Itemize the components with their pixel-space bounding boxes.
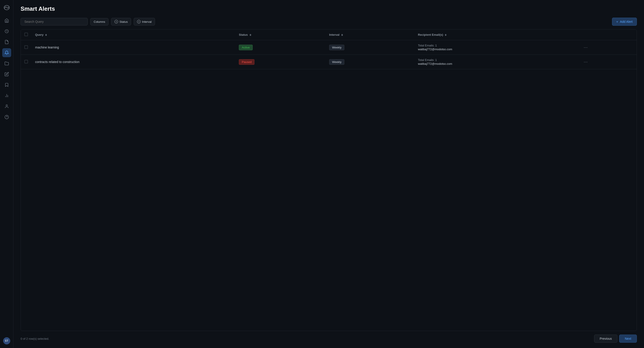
columns-button[interactable]: Columns	[90, 18, 108, 25]
table-footer: 0 of 2 row(s) selected. Previous Next	[20, 331, 637, 343]
header-recipient-emails[interactable]: Recipient Email(s)	[414, 29, 578, 40]
sidebar-item-collections[interactable]	[2, 59, 11, 68]
row-recipient: Total Emails: 1 watibaj772@modotso.com	[414, 40, 578, 55]
interval-badge: Weekly	[329, 45, 344, 50]
row-actions: ⋯	[578, 40, 636, 55]
status-sort-icon	[250, 34, 251, 36]
more-options-button[interactable]: ⋯	[582, 44, 590, 51]
row-checkbox-cell	[21, 55, 32, 69]
row-status: Paused	[235, 55, 326, 69]
recipient-total: Total Emails: 1	[418, 58, 575, 62]
table-row: contracts related to construction Paused…	[21, 55, 636, 69]
main-content: Smart Alerts Columns + Status + Interval…	[14, 0, 644, 348]
sidebar-item-home[interactable]	[2, 16, 11, 25]
chart-icon	[4, 93, 9, 98]
status-filter-button[interactable]: + Status	[111, 18, 131, 25]
person-icon	[4, 104, 9, 109]
header-status[interactable]: Status	[235, 29, 326, 40]
add-alert-button[interactable]: + Add Alert	[612, 18, 637, 26]
sidebar-item-documents[interactable]	[2, 37, 11, 46]
sidebar: ST	[0, 0, 14, 348]
document-icon	[4, 40, 9, 44]
row-query: machine learning	[32, 40, 235, 55]
interval-badge: Weekly	[329, 59, 344, 65]
interval-filter-button[interactable]: + Interval	[134, 18, 155, 25]
pagination-controls: Previous Next	[594, 335, 637, 343]
row-recipient: Total Emails: 1 watibaj772@modotso.com	[414, 55, 578, 69]
recipient-email: watibaj772@modotso.com	[418, 62, 575, 65]
header-checkbox-cell	[21, 29, 32, 40]
alerts-table: Query Status Interva	[21, 29, 636, 69]
page-title: Smart Alerts	[20, 5, 637, 12]
selection-count: 0 of 2 row(s) selected.	[20, 337, 49, 341]
table-body: machine learning Active Weekly Total Ema…	[21, 40, 636, 69]
home-icon	[4, 18, 9, 23]
recipient-total: Total Emails: 1	[418, 44, 575, 47]
plus-circle-icon-3: +	[616, 20, 618, 23]
recipient-email: watibaj772@modotso.com	[418, 48, 575, 51]
row-checkbox[interactable]	[24, 60, 28, 63]
search-input[interactable]	[20, 18, 88, 25]
sidebar-item-analytics[interactable]	[2, 91, 11, 100]
bookmark-icon	[4, 83, 9, 87]
sidebar-item-alerts[interactable]	[2, 48, 11, 57]
query-sort-icon	[45, 34, 47, 36]
sidebar-item-saved[interactable]	[2, 80, 11, 89]
next-button[interactable]: Next	[619, 335, 637, 343]
app-logo	[3, 3, 11, 12]
more-options-button[interactable]: ⋯	[582, 58, 590, 65]
row-checkbox[interactable]	[24, 45, 28, 49]
select-all-checkbox[interactable]	[24, 33, 28, 36]
alerts-table-container: Query Status Interva	[20, 29, 637, 331]
table-row: machine learning Active Weekly Total Ema…	[21, 40, 636, 55]
sidebar-item-profile[interactable]	[2, 102, 11, 111]
folder-icon	[4, 61, 9, 66]
row-checkbox-cell	[21, 40, 32, 55]
sidebar-item-help[interactable]	[2, 113, 11, 122]
recipient-sort-icon	[445, 34, 446, 36]
sidebar-item-notes[interactable]	[2, 70, 11, 79]
plus-circle-icon-2: +	[137, 20, 141, 23]
header-interval[interactable]: Interval	[326, 29, 414, 40]
status-badge: Active	[239, 45, 252, 50]
svg-point-2	[8, 6, 8, 7]
header-query[interactable]: Query	[32, 29, 235, 40]
toolbar: Columns + Status + Interval + Add Alert	[20, 18, 637, 26]
clock-icon	[4, 29, 9, 33]
svg-point-1	[6, 6, 6, 7]
row-interval: Weekly	[326, 55, 414, 69]
svg-point-7	[6, 105, 8, 106]
edit-icon	[4, 72, 9, 76]
row-query: contracts related to construction	[32, 55, 235, 69]
previous-button[interactable]: Previous	[594, 335, 618, 343]
plus-circle-icon: +	[114, 20, 118, 23]
header-actions	[578, 29, 636, 40]
user-avatar[interactable]: ST	[3, 337, 10, 345]
row-status: Active	[235, 40, 326, 55]
row-interval: Weekly	[326, 40, 414, 55]
question-icon	[4, 115, 9, 119]
row-actions: ⋯	[578, 55, 636, 69]
table-header-row: Query Status Interva	[21, 29, 636, 40]
status-badge: Paused	[239, 59, 254, 65]
interval-sort-icon	[341, 34, 343, 36]
bell-icon	[4, 50, 9, 55]
sidebar-item-recent[interactable]	[2, 27, 11, 36]
